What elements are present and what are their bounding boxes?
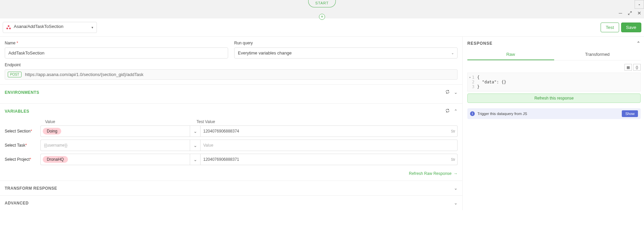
environments-section-title[interactable]: ENVIRONMENTS — [5, 90, 441, 95]
vars-col-value: Value — [45, 119, 196, 124]
endpoint-label: Endpoint — [5, 63, 458, 67]
json-view-icon[interactable]: {} — [633, 64, 641, 71]
vars-col-test: Test Value — [196, 119, 458, 124]
variable-dropdown-button[interactable]: ⌄ — [190, 140, 201, 151]
arrow-right-icon: → — [454, 171, 458, 176]
asana-logo-icon — [6, 25, 11, 30]
tab-raw[interactable]: Raw — [467, 49, 554, 60]
chevron-down-icon[interactable]: ⌄ — [454, 90, 458, 95]
http-method-badge: POST — [8, 72, 22, 77]
chevron-down-icon: ▾ — [92, 26, 93, 29]
minimize-icon[interactable]: ─ — [616, 9, 625, 17]
variable-test-input[interactable]: 1204076906888374Str — [201, 125, 458, 137]
variable-row: Select Section* Doing ⌄ 1204076906888374… — [5, 125, 458, 137]
variable-dropdown-button[interactable]: ⌄ — [190, 154, 201, 165]
transform-response-section[interactable]: TRANSFORM RESPONSE ⌄ — [0, 181, 462, 195]
chevron-up-icon[interactable]: ⌃ — [454, 109, 458, 114]
fold-icon[interactable]: ▾ — [469, 76, 471, 79]
refresh-response-button[interactable]: Refresh this response — [467, 93, 641, 103]
value-tag: DronaHQ — [43, 156, 68, 163]
trigger-js-banner: i Trigger this dataquery from JS Show — [467, 108, 641, 119]
chevron-down-icon: ⌄ — [454, 200, 458, 205]
response-title: RESPONSE — [467, 41, 493, 46]
advanced-section[interactable]: ADVANCED ⌄ — [0, 195, 462, 210]
runquery-select[interactable]: Everytime variables change ⌄ — [234, 47, 458, 59]
variables-section-title[interactable]: VARIABLES — [5, 109, 441, 114]
section-title: TRANSFORM RESPONSE — [5, 186, 450, 191]
info-icon: i — [470, 111, 475, 116]
runquery-label: Run query — [234, 41, 458, 45]
variable-name: Select Project* — [5, 157, 40, 162]
test-button[interactable]: Test — [601, 23, 619, 32]
variable-test-input[interactable]: Value — [201, 140, 458, 151]
service-selector[interactable]: Asana/AddTaskToSection ▾ — [3, 22, 97, 33]
variable-value-input[interactable]: {{username}} — [40, 140, 190, 151]
vars-col-spacer — [5, 119, 45, 124]
table-view-icon[interactable]: ▦ — [624, 64, 632, 71]
service-label: Asana/AddTaskToSection — [14, 24, 92, 29]
response-code-viewer[interactable]: ▾1{ 2 "data": {} 3} — [467, 73, 641, 91]
add-node-button[interactable]: + — [319, 14, 325, 20]
start-node[interactable]: START — [308, 0, 336, 7]
runquery-value: Everytime variables change — [238, 50, 292, 55]
type-badge: Str — [451, 158, 455, 161]
chevron-down-icon: ⌄ — [454, 186, 458, 191]
refresh-raw-response-link[interactable]: Refresh Raw Response→ — [0, 168, 462, 181]
variable-dropdown-button[interactable]: ⌄ — [190, 125, 201, 137]
endpoint-display: POST https://app.asana.com/api/1.0/secti… — [5, 69, 458, 80]
name-label: Name * — [5, 41, 228, 45]
window-collapse-button[interactable]: - — [635, 0, 644, 9]
endpoint-url: https://app.asana.com/api/1.0/sections/{… — [25, 72, 143, 77]
tab-transformed[interactable]: Transformed — [554, 49, 641, 60]
refresh-icon[interactable] — [445, 108, 450, 114]
chevron-down-icon: ⌄ — [451, 51, 454, 55]
save-button[interactable]: Save — [621, 23, 641, 32]
chevron-up-icon[interactable]: ⌃ — [637, 41, 641, 46]
variable-row: Select Project* DronaHQ ⌄ 12040769068883… — [5, 154, 458, 165]
show-button[interactable]: Show — [622, 110, 638, 117]
variable-value-input[interactable]: DronaHQ — [40, 154, 190, 165]
type-badge: Str — [451, 129, 455, 133]
value-tag: Doing — [43, 128, 61, 135]
variable-row: Select Task* {{username}} ⌄ Value — [5, 140, 458, 151]
section-title: ADVANCED — [5, 201, 450, 205]
variable-name: Select Section* — [5, 129, 40, 134]
refresh-icon[interactable] — [445, 89, 450, 95]
close-icon[interactable]: ✕ — [635, 9, 644, 17]
trigger-text: Trigger this dataquery from JS — [477, 112, 622, 116]
expand-icon[interactable] — [625, 9, 635, 17]
variable-value-input[interactable]: Doing — [40, 125, 190, 137]
variable-name: Select Task* — [5, 143, 40, 148]
name-input[interactable] — [5, 47, 228, 59]
variable-test-input[interactable]: 1204076906888371Str — [201, 154, 458, 165]
